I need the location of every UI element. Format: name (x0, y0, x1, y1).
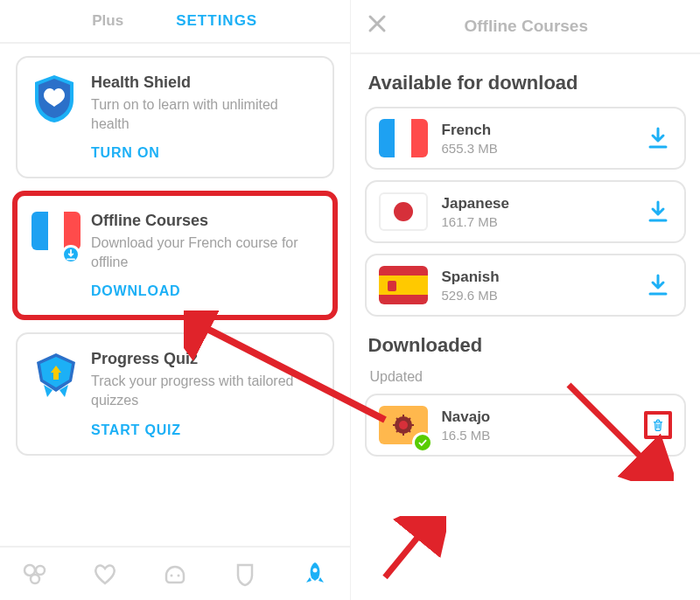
french-flag-icon (379, 119, 428, 157)
health-shield-desc: Turn on to learn with unlimited health (91, 95, 318, 133)
course-name: Japanese (442, 195, 631, 213)
turn-on-button[interactable]: TURN ON (91, 145, 318, 161)
nav-rocket-icon[interactable] (301, 560, 329, 588)
course-size: 16.5 MB (442, 428, 631, 443)
quiz-badge-icon (32, 350, 77, 395)
tab-settings[interactable]: SETTINGS (176, 12, 257, 30)
available-header: Available for download (368, 72, 701, 94)
download-icon[interactable] (644, 198, 672, 226)
svg-point-5 (312, 569, 317, 573)
course-row-french[interactable]: French 655.3 MB (365, 107, 687, 170)
navajo-flag-icon (379, 406, 428, 444)
downloaded-check-icon (412, 432, 433, 453)
course-row-spanish[interactable]: Spanish 529.6 MB (365, 254, 687, 317)
downloaded-header: Downloaded (368, 334, 701, 357)
tab-plus[interactable]: Plus (92, 12, 123, 30)
downloaded-sub: Updated (370, 369, 701, 385)
course-row-navajo[interactable]: Navajo 16.5 MB (365, 394, 687, 457)
course-size: 655.3 MB (442, 141, 631, 156)
svg-point-1 (36, 566, 45, 575)
nav-face-icon[interactable] (161, 560, 189, 588)
start-quiz-button[interactable]: START QUIZ (91, 422, 318, 438)
course-name: Spanish (442, 269, 631, 286)
offline-header: Offline Courses (351, 0, 701, 54)
course-name: French (442, 122, 631, 139)
offline-courses-panel: Offline Courses Available for download F… (351, 0, 701, 600)
course-size: 529.6 MB (442, 288, 631, 303)
nav-shield-icon[interactable] (231, 560, 259, 588)
health-shield-title: Health Shield (91, 73, 318, 92)
health-shield-card[interactable]: Health Shield Turn on to learn with unli… (16, 56, 334, 178)
offline-courses-card[interactable]: Offline Courses Download your French cou… (12, 191, 338, 320)
course-row-japanese[interactable]: Japanese 161.7 MB (365, 180, 687, 243)
settings-cards: Health Shield Turn on to learn with unli… (0, 44, 350, 468)
french-flag-icon (32, 212, 77, 257)
svg-point-7 (399, 421, 408, 429)
downloaded-list: Navajo 16.5 MB (351, 394, 701, 457)
available-list: French 655.3 MB Japanese 161.7 MB (351, 107, 701, 317)
progress-quiz-title: Progress Quiz (91, 350, 318, 368)
spanish-flag-icon (379, 266, 428, 304)
download-badge-icon (61, 245, 80, 264)
svg-point-3 (170, 575, 172, 577)
settings-panel: Plus SETTINGS Health Shield Turn on to l… (0, 0, 351, 600)
download-button[interactable]: DOWNLOAD (91, 283, 318, 299)
course-size: 161.7 MB (442, 214, 631, 229)
svg-point-2 (31, 575, 39, 583)
progress-quiz-card[interactable]: Progress Quiz Track your progress with t… (16, 332, 334, 455)
svg-point-4 (177, 575, 179, 577)
delete-icon[interactable] (644, 411, 672, 439)
download-icon[interactable] (644, 124, 672, 152)
nav-heart-icon[interactable] (91, 560, 119, 588)
japanese-flag-icon (379, 192, 428, 231)
bottom-nav (0, 546, 350, 600)
progress-quiz-desc: Track your progress with tailored quizze… (91, 372, 318, 409)
nav-bubbles-icon[interactable] (21, 560, 49, 588)
download-icon[interactable] (644, 271, 672, 299)
course-name: Navajo (442, 408, 631, 426)
offline-courses-desc: Download your French course for offline (91, 234, 318, 271)
offline-courses-title: Offline Courses (91, 212, 318, 230)
tabs-bar: Plus SETTINGS (0, 0, 350, 44)
close-icon[interactable] (367, 12, 388, 40)
offline-header-title: Offline Courses (388, 17, 701, 36)
shield-icon (32, 73, 77, 119)
